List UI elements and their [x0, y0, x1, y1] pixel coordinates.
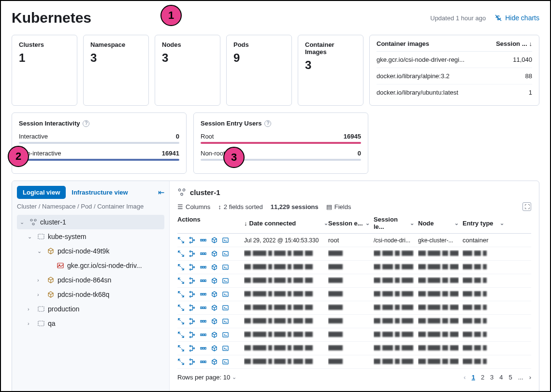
terminal-icon[interactable] [222, 264, 229, 271]
tree-icon[interactable] [188, 264, 196, 271]
th-date[interactable]: ↓Date connected⌄ [244, 216, 328, 230]
expand-icon[interactable] [177, 237, 185, 244]
cube-icon[interactable] [211, 304, 218, 311]
expand-icon[interactable] [177, 291, 185, 298]
terminal-icon[interactable] [222, 277, 229, 284]
sessions-icon[interactable] [200, 358, 207, 365]
terminal-icon[interactable] [222, 345, 229, 352]
table-row[interactable] [177, 328, 531, 342]
cube-icon[interactable] [211, 277, 218, 284]
tree-icon[interactable] [188, 277, 196, 284]
prev-page-button[interactable]: ‹ [464, 374, 465, 381]
th-session-leader[interactable]: Session le...⌄ [374, 216, 418, 230]
page-5[interactable]: 5 [509, 374, 512, 381]
tree-namespace-kube-system[interactable]: ⌄ kube-system [17, 229, 164, 244]
tree-icon[interactable] [188, 331, 196, 338]
cube-icon[interactable] [211, 331, 218, 338]
expand-icon[interactable] [177, 318, 185, 325]
page-4[interactable]: 4 [499, 374, 503, 381]
expand-icon[interactable] [177, 264, 185, 271]
stat-nodes[interactable]: Nodes 3 [155, 35, 220, 106]
terminal-icon[interactable] [222, 304, 229, 311]
stat-namespace[interactable]: Namespace 3 [83, 35, 149, 106]
logical-view-button[interactable]: Logical view [17, 186, 66, 199]
images-row[interactable]: docker.io/library/alpine:3.288 [377, 68, 532, 84]
page-2[interactable]: 2 [481, 374, 484, 381]
columns-button[interactable]: ☰Columns [177, 203, 210, 210]
infrastructure-view-button[interactable]: Infrastructure view [66, 186, 133, 199]
table-row[interactable] [177, 247, 531, 261]
page-1[interactable]: 1 [472, 374, 475, 381]
cube-icon[interactable] [211, 318, 218, 325]
bar-interactive[interactable]: Interactive0 [19, 133, 179, 144]
tree-icon[interactable] [188, 304, 196, 311]
table-row[interactable] [177, 301, 531, 315]
table-row[interactable] [177, 355, 531, 369]
page-more[interactable]: ... [518, 374, 523, 381]
stat-clusters[interactable]: Clusters 1 [12, 35, 77, 106]
table-row[interactable] [177, 342, 531, 355]
tree-icon[interactable] [188, 250, 196, 257]
expand-icon[interactable] [177, 304, 185, 311]
cube-icon[interactable] [211, 264, 218, 271]
stat-pods[interactable]: Pods 9 [226, 35, 292, 106]
tree-pod-tk68q[interactable]: › pdcsi-node-tk68q [17, 287, 164, 302]
terminal-icon[interactable] [222, 291, 229, 298]
table-row[interactable]: Jul 29, 2022 @ 15:40:53.330 root /csi-no… [177, 234, 531, 247]
tree-namespace-production[interactable]: › production [17, 302, 164, 316]
th-node[interactable]: Node⌄ [418, 216, 463, 230]
sort-info[interactable]: ↕2 fields sorted [218, 203, 262, 210]
tree-icon[interactable] [188, 318, 196, 325]
hide-charts-button[interactable]: Hide charts [494, 14, 539, 22]
help-icon[interactable]: ? [83, 120, 89, 127]
images-row[interactable]: gke.gcr.io/csi-node-driver-regi...11,040 [377, 52, 532, 68]
table-row[interactable] [177, 274, 531, 288]
tree-cluster-1[interactable]: ⌄ cluster-1 [17, 215, 164, 229]
terminal-icon[interactable] [222, 358, 229, 365]
cube-icon[interactable] [211, 358, 218, 365]
cube-icon[interactable] [211, 250, 218, 257]
terminal-icon[interactable] [222, 237, 229, 244]
images-col-sessions[interactable]: Session ...↓ [496, 40, 532, 47]
terminal-icon[interactable] [222, 250, 229, 257]
bar-root[interactable]: Root16945 [201, 133, 361, 144]
tree-icon[interactable] [188, 345, 196, 352]
help-icon[interactable]: ? [264, 120, 271, 127]
expand-icon[interactable] [177, 277, 185, 284]
tree-container-image[interactable]: gke.gcr.io/csi-node-driv... [17, 258, 164, 273]
bar-noninteractive[interactable]: Non-interactive16941 [19, 150, 179, 161]
sessions-icon[interactable] [200, 264, 207, 271]
stat-container-images[interactable]: Container Images 3 [298, 35, 363, 106]
expand-icon[interactable] [177, 250, 185, 257]
expand-icon[interactable] [177, 345, 185, 352]
collapse-panel-icon[interactable]: ⇤ [158, 188, 164, 197]
tree-pod-49t9k[interactable]: ⌄ pdcsi-node-49t9k [17, 244, 164, 258]
expand-icon[interactable] [177, 358, 185, 365]
cube-icon[interactable] [211, 345, 218, 352]
sessions-icon[interactable] [200, 250, 207, 257]
sessions-icon[interactable] [200, 318, 207, 325]
tree-icon[interactable] [188, 358, 196, 365]
terminal-icon[interactable] [222, 318, 229, 325]
table-row[interactable] [177, 288, 531, 301]
sessions-icon[interactable] [200, 277, 207, 284]
images-col-name[interactable]: Container images [377, 40, 429, 47]
images-row[interactable]: docker.io/library/ubuntu:latest1 [377, 84, 532, 100]
sessions-icon[interactable] [200, 331, 207, 338]
tree-namespace-qa[interactable]: › qa [17, 316, 164, 331]
sessions-icon[interactable] [200, 291, 207, 298]
sessions-icon[interactable] [200, 345, 207, 352]
table-row[interactable] [177, 315, 531, 328]
sessions-icon[interactable] [200, 237, 207, 244]
page-3[interactable]: 3 [490, 374, 493, 381]
tree-icon[interactable] [188, 291, 196, 298]
rows-per-page[interactable]: Rows per page: 10 ⌄ [177, 374, 236, 381]
expand-icon[interactable] [177, 331, 185, 338]
table-row[interactable] [177, 261, 531, 274]
fields-button[interactable]: ▤Fields [326, 203, 351, 210]
next-page-button[interactable]: › [529, 374, 531, 381]
th-entry-type[interactable]: Entry type⌄ [463, 216, 508, 230]
sessions-icon[interactable] [200, 304, 207, 311]
cube-icon[interactable] [211, 237, 218, 244]
th-session-entry[interactable]: Session e...⌄ [328, 216, 374, 230]
